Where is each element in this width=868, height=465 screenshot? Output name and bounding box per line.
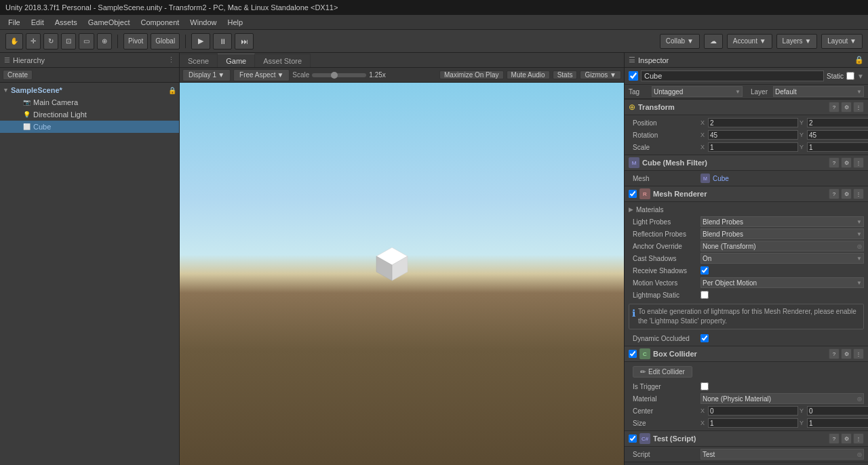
hand-tool[interactable]: ✋: [5, 33, 23, 49]
hierarchy-create-btn[interactable]: Create: [3, 70, 33, 80]
hierarchy-cube[interactable]: ⬜ Cube: [0, 121, 179, 133]
game-toolbar: Display 1 ▼ Free Aspect ▼ Scale 1.25x Ma…: [180, 68, 624, 83]
mesh-renderer-checkbox[interactable]: [629, 190, 637, 198]
reflection-probes-dropdown[interactable]: Blend Probes ▼: [701, 228, 864, 239]
move-tool[interactable]: ✛: [26, 33, 41, 49]
mesh-renderer-settings-btn[interactable]: ⚙: [841, 188, 852, 199]
static-checkbox[interactable]: [846, 72, 854, 80]
test-script-header[interactable]: C# Test (Script) ? ⚙ ⋮: [625, 430, 868, 447]
transform-more-btn[interactable]: ⋮: [853, 102, 864, 113]
scale-tool[interactable]: ⊡: [61, 33, 76, 49]
mute-btn[interactable]: Mute Audio: [507, 70, 550, 79]
menu-component[interactable]: Component: [135, 17, 184, 28]
global-btn[interactable]: Global: [151, 33, 180, 49]
script-dropdown[interactable]: Test ◎: [701, 449, 864, 460]
transform-tool[interactable]: ⊕: [97, 33, 112, 49]
hierarchy-menu[interactable]: ⋮: [167, 56, 175, 64]
menu-edit[interactable]: Edit: [26, 17, 50, 28]
object-name-input[interactable]: [641, 70, 824, 81]
lightmap-static-label: Lightmap Static: [633, 291, 701, 299]
mesh-filter-header[interactable]: M Cube (Mesh Filter) ? ⚙ ⋮: [625, 155, 868, 171]
toolbar-sep1: [117, 35, 118, 48]
anchor-override-dropdown[interactable]: None (Transform) ◎: [701, 241, 864, 251]
pause-button[interactable]: ⏸: [213, 33, 232, 49]
is-trigger-checkbox[interactable]: [701, 382, 709, 390]
box-collider-checkbox[interactable]: [629, 350, 637, 358]
static-dropdown[interactable]: ▼: [857, 73, 864, 80]
hierarchy-main-camera[interactable]: 📷 Main Camera: [0, 96, 179, 108]
transform-header[interactable]: ⊕ Transform ? ⚙ ⋮: [625, 99, 868, 115]
materials-section-header[interactable]: ▶ Materials: [625, 203, 868, 216]
account-button[interactable]: Account ▼: [727, 34, 772, 49]
light-probes-dropdown[interactable]: Blend Probes ▼: [701, 216, 864, 227]
inspector-lock[interactable]: 🔒: [854, 56, 864, 64]
rotation-y-input[interactable]: [807, 130, 868, 140]
layout-button[interactable]: Layout ▼: [821, 34, 863, 49]
test-script-checkbox[interactable]: [629, 434, 637, 443]
mesh-filter-settings-btn[interactable]: ⚙: [841, 157, 852, 168]
tag-dropdown[interactable]: Untagged ▼: [652, 86, 743, 97]
rotate-tool[interactable]: ↻: [43, 33, 58, 49]
cy-input[interactable]: [807, 406, 868, 416]
object-active-checkbox[interactable]: [629, 71, 638, 81]
box-collider-settings-btn[interactable]: ⚙: [841, 348, 852, 359]
edit-collider-btn[interactable]: ✏ Edit Collider: [633, 366, 692, 378]
menu-help[interactable]: Help: [222, 17, 248, 28]
cloud-button[interactable]: ☁: [704, 34, 723, 49]
cast-shadows-dropdown[interactable]: On ▼: [701, 253, 864, 264]
dynamic-occluded-checkbox[interactable]: [701, 334, 709, 342]
mesh-filter-ref-btn[interactable]: ?: [829, 157, 840, 168]
menu-gameobject[interactable]: GameObject: [83, 17, 136, 28]
scale-control: Scale 1.25x: [292, 71, 393, 79]
cx-input[interactable]: [708, 406, 798, 416]
position-x-input[interactable]: [708, 118, 798, 127]
layer-dropdown[interactable]: Default ▼: [773, 86, 864, 97]
sy-input[interactable]: [807, 418, 868, 428]
menu-window[interactable]: Window: [184, 17, 222, 28]
hierarchy-directional-light[interactable]: 💡 Directional Light: [0, 108, 179, 121]
aspect-btn[interactable]: Free Aspect ▼: [233, 69, 290, 81]
menu-assets[interactable]: Assets: [50, 17, 83, 28]
scale-x-input[interactable]: [708, 142, 798, 152]
test-script-ref-btn[interactable]: ?: [829, 433, 840, 444]
box-collider-more-btn[interactable]: ⋮: [853, 348, 864, 359]
display-btn[interactable]: Display 1 ▼: [182, 69, 231, 81]
box-collider-ref-btn[interactable]: ?: [829, 348, 840, 359]
scale-track[interactable]: [312, 73, 366, 77]
sx-field: X: [701, 418, 798, 428]
test-script-settings-btn[interactable]: ⚙: [841, 433, 852, 444]
motion-vectors-dropdown[interactable]: Per Object Motion ▼: [701, 277, 864, 288]
position-y-input[interactable]: [807, 118, 868, 127]
scene-lock[interactable]: 🔒: [168, 87, 176, 94]
tab-game[interactable]: Game: [218, 54, 255, 67]
test-script-more-btn[interactable]: ⋮: [853, 433, 864, 444]
pos-y-label: Y: [800, 119, 806, 126]
collab-button[interactable]: Collab ▼: [660, 34, 700, 49]
menu-file[interactable]: File: [3, 17, 26, 28]
mesh-filter-more-btn[interactable]: ⋮: [853, 157, 864, 168]
receive-shadows-checkbox[interactable]: [701, 266, 709, 275]
mesh-renderer-ref-btn[interactable]: ?: [829, 188, 840, 199]
box-collider-header[interactable]: C Box Collider ? ⚙ ⋮: [625, 346, 868, 362]
play-button[interactable]: ▶: [191, 33, 210, 49]
tab-scene[interactable]: Scene: [180, 54, 218, 67]
rect-tool[interactable]: ▭: [79, 33, 94, 49]
transform-ref-btn[interactable]: ?: [829, 102, 840, 113]
layers-button[interactable]: Layers ▼: [776, 34, 818, 49]
scale-y-input[interactable]: [807, 142, 868, 152]
transform-settings-btn[interactable]: ⚙: [841, 102, 852, 113]
step-button[interactable]: ⏭: [235, 33, 254, 49]
sx-input[interactable]: [708, 418, 798, 428]
maximize-btn[interactable]: Maximize On Play: [439, 70, 504, 79]
pivot-btn[interactable]: Pivot: [123, 33, 148, 49]
gizmos-btn[interactable]: Gizmos ▼: [580, 70, 621, 79]
tab-asset-store[interactable]: Asset Store: [255, 54, 311, 67]
collider-material-dropdown[interactable]: None (Physic Material) ◎: [701, 393, 864, 404]
lightmap-static-checkbox[interactable]: [701, 291, 709, 299]
mesh-renderer-header[interactable]: R Mesh Renderer ? ⚙ ⋮: [625, 186, 868, 202]
mesh-renderer-more-btn[interactable]: ⋮: [853, 188, 864, 199]
stats-btn[interactable]: Stats: [553, 70, 578, 79]
scene-root[interactable]: ▼ SampleScene* 🔒: [0, 84, 179, 96]
rotation-x-input[interactable]: [708, 130, 798, 140]
cx-label: X: [701, 407, 707, 414]
